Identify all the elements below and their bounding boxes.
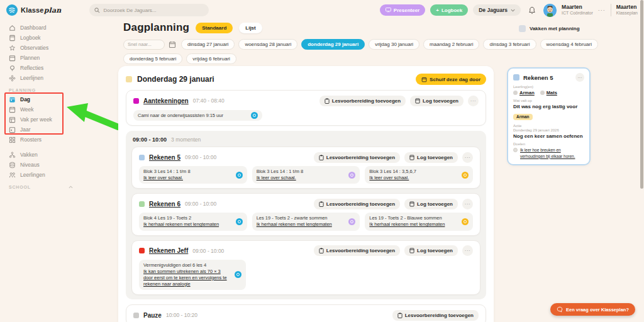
subject-link-rekenen-6[interactable]: Rekenen 6	[149, 201, 180, 208]
group-badge-purple-icon	[348, 172, 355, 179]
sidebar-item-leerlingen[interactable]: Leerlingen	[0, 170, 116, 180]
day-title: Donderdag 29 januari	[137, 75, 214, 84]
filter-vakken-met-planning[interactable]: Vakken met planning	[519, 25, 632, 32]
grid-icon	[9, 136, 16, 143]
app-logo[interactable]: Klasseplan	[6, 4, 61, 16]
main-header-area: Dagplanning Standaard Lijst Vakken met p…	[118, 21, 496, 64]
note-item[interactable]: Cami naar de onderwijsassisten 9:15 uur	[133, 110, 262, 121]
card-more-button[interactable]: ···	[462, 245, 473, 256]
card-more-button[interactable]: ···	[462, 152, 473, 163]
sidebar-item-vakken[interactable]: Vakken	[0, 150, 116, 160]
card-rekenen-5: Rekenen 5 09:00 - 10:00 Lesvoorbereiding…	[131, 147, 480, 189]
lesson-item[interactable]: Blok 4 Les 19 - Toets 2 Ik herhaal reken…	[139, 213, 247, 230]
observation-text: Dit was nog erg lastig voor	[513, 104, 584, 109]
lesvoorbereiding-toevoegen-button[interactable]: Lesvoorbereiding toevoegen	[319, 96, 406, 106]
sidebar-item-plannen[interactable]: Plannen	[0, 53, 116, 63]
add-logboek-button[interactable]: + Logboek	[430, 4, 468, 16]
org-info[interactable]: Maarten Klasseplan	[616, 4, 638, 16]
student-tag-arman[interactable]: Arman	[513, 114, 533, 120]
date-tab[interactable]: maandag 2 februari	[423, 39, 479, 50]
goal-link[interactable]: Ik herhaal rekenen met lengtematen	[257, 221, 345, 228]
goal-status-icon	[513, 148, 518, 152]
subject-color-square	[133, 313, 139, 318]
group-badge-yellow-icon	[462, 218, 469, 225]
user-avatar[interactable]	[543, 4, 557, 17]
lesvoorbereiding-toevoegen-button[interactable]: Lesvoorbereiding toevoegen	[314, 245, 400, 256]
lesson-item[interactable]: Blok 3 Les 14 : 1 t/m 8 Ik leer over sch…	[139, 166, 247, 184]
help-chat-button[interactable]: Een vraag over Klasseplan?	[550, 303, 635, 316]
global-search[interactable]	[89, 4, 209, 16]
goal-link[interactable]: Ik leer over schaal.	[143, 175, 232, 181]
sidebar-item-niveaus[interactable]: Niveaus	[0, 160, 116, 170]
lesson-item[interactable]: Les 19 - Toets 2 - zwarte sommen Ik herh…	[252, 213, 360, 230]
sidebar-item-logboek[interactable]: Logboek	[0, 33, 116, 43]
date-tab[interactable]: vrijdag 30 januari	[369, 39, 419, 50]
lesson-item[interactable]: Les 19 - Toets 2 - Blauwe sommen Ik herh…	[365, 213, 473, 230]
topbar-divider	[611, 4, 611, 16]
date-tab[interactable]: vrijdag 6 februari	[186, 53, 236, 64]
goal-link[interactable]: Ik herhaal rekenen met lengtematen	[143, 221, 232, 228]
subject-link-rekenen-jeff[interactable]: Rekenen Jeff	[149, 247, 188, 254]
log-toevoegen-button[interactable]: Log toevoegen	[410, 96, 464, 106]
lesson-item[interactable]: Vermenigvuldigen doel 6 les 4 Ik kan som…	[139, 260, 246, 291]
lesvoorbereiding-toevoegen-button[interactable]: Lesvoorbereiding toevoegen	[314, 152, 400, 163]
sidebar-item-dashboard[interactable]: Dashboard	[0, 23, 116, 33]
students-label: Leerling(en)	[513, 85, 584, 89]
student-link-arman[interactable]: Arman	[513, 90, 535, 96]
shift-day-button[interactable]: Schuif deze dag door	[416, 74, 486, 85]
user-more-button[interactable]: ···	[598, 7, 606, 13]
tab-lijst[interactable]: Lijst	[239, 23, 262, 33]
scrollbar[interactable]	[640, 0, 643, 189]
user-info[interactable]: Maarten ICT Coördinator	[562, 4, 593, 16]
card-pauze: Pauze 10:00 - 10:20 Lesvoorbereiding toe…	[126, 304, 486, 322]
sidebar-item-observaties[interactable]: Observaties	[0, 43, 116, 53]
sidebar-item-dag[interactable]: Dag	[0, 94, 116, 104]
database-icon	[9, 162, 16, 169]
card-more-button[interactable]: ···	[462, 199, 473, 209]
log-toevoegen-button[interactable]: Log toevoegen	[404, 199, 458, 209]
lesvoorbereiding-toevoegen-button[interactable]: Lesvoorbereiding toevoegen	[314, 199, 400, 209]
calendar-day-icon	[9, 96, 16, 103]
date-tab[interactable]: woensdag 28 januari	[238, 39, 297, 50]
filter-checkbox[interactable]	[519, 25, 526, 32]
log-toevoegen-button[interactable]: Log toevoegen	[404, 245, 458, 256]
lightbulb-icon	[9, 65, 16, 72]
sidebar-item-jaar[interactable]: Jaar	[0, 125, 116, 135]
goal-link[interactable]: Ik kan sommen uitrekenen als 70 × 3 door…	[143, 269, 231, 287]
student-link-mats[interactable]: Mats	[540, 90, 557, 96]
date-tab-selected[interactable]: donderdag 29 januari	[301, 39, 365, 50]
subject-link-aantekeningen[interactable]: Aantekeningen	[143, 97, 189, 104]
home-icon	[9, 25, 16, 31]
clipboard-icon	[397, 313, 402, 318]
goal-link[interactable]: Ik herhaal rekenen met lengtematen	[369, 221, 458, 228]
notifications-bell-icon[interactable]	[526, 4, 538, 16]
sidebar-item-week[interactable]: Week	[0, 104, 116, 114]
date-tab[interactable]: woensdag 4 februari	[540, 39, 599, 50]
goal-link[interactable]: Ik leer hoe breuken en verhoudingen bij …	[520, 147, 584, 160]
card-more-button[interactable]: ···	[468, 96, 479, 106]
sidebar-section-school[interactable]: SCHOOL	[0, 180, 116, 191]
tab-standaard[interactable]: Standaard	[196, 23, 233, 33]
lesson-item[interactable]: Blok 3 Les 14 : 1 t/m 8 Ik leer over sch…	[252, 166, 360, 184]
date-tab[interactable]: dinsdag 3 februari	[483, 39, 536, 50]
goal-link[interactable]: Ik leer over schaal.	[369, 175, 458, 181]
search-input[interactable]	[103, 8, 197, 13]
date-tab[interactable]: donderdag 5 februari	[123, 53, 182, 64]
sidebar-item-leerlijnen[interactable]: Leerlijnen	[0, 73, 116, 83]
calendar-icon[interactable]	[169, 41, 176, 48]
subject-link-rekenen-5[interactable]: Rekenen 5	[149, 154, 180, 161]
class-selector-dropdown[interactable]: De Jaguars	[473, 4, 521, 16]
lesvoorbereiding-toevoegen-button[interactable]: Lesvoorbereiding toevoegen	[392, 310, 479, 321]
sidebar-item-reflecties[interactable]: Reflecties	[0, 63, 116, 73]
date-tab[interactable]: dinsdag 27 januari	[181, 39, 235, 50]
log-toevoegen-button[interactable]: Log toevoegen	[404, 152, 458, 163]
goal-link[interactable]: Ik leer over schaal.	[257, 175, 345, 181]
presenteer-button[interactable]: Presenteer	[380, 4, 425, 16]
lesson-item[interactable]: Blok 3 Les 14 : 3,5,6,7 Ik leer over sch…	[365, 166, 473, 184]
subject-time: 09:00 - 10:00	[192, 248, 224, 254]
sidebar-item-roosters[interactable]: Roosters	[0, 135, 116, 145]
topbar: Klasseplan Presenteer + Logboek De Jagua…	[0, 0, 644, 20]
quick-nav-input[interactable]	[123, 40, 165, 50]
sidebar-item-vak-per-week[interactable]: Vak per week	[0, 114, 116, 125]
observation-more-button[interactable]: ···	[575, 73, 584, 82]
